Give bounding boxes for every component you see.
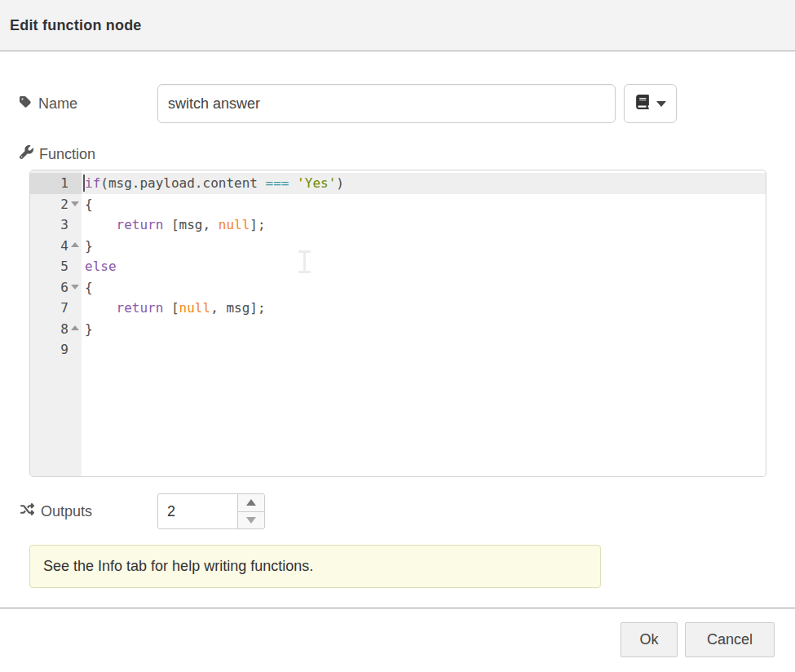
- code-text: {: [82, 194, 766, 215]
- fold-down-icon[interactable]: [71, 201, 79, 206]
- code-line[interactable]: 7 return [null, msg];: [30, 298, 766, 319]
- tips-text: See the Info tab for help writing functi…: [43, 558, 313, 575]
- function-label-text: Function: [39, 146, 95, 163]
- outputs-label: Outputs: [20, 493, 92, 529]
- code-line[interactable]: 2{: [30, 194, 766, 215]
- editor-caret: [83, 175, 85, 192]
- wrench-icon: [20, 145, 33, 163]
- code-text: return [msg, null];: [82, 214, 766, 236]
- code-text: if(msg.payload.content === 'Yes'): [82, 173, 766, 194]
- arrow-up-icon: [246, 499, 256, 506]
- fold-down-icon[interactable]: [71, 285, 79, 290]
- code-line[interactable]: 6{: [30, 277, 766, 298]
- code-line[interactable]: 5else: [30, 256, 766, 277]
- code-line[interactable]: 3 return [msg, null];: [30, 214, 766, 236]
- cancel-button[interactable]: Cancel: [685, 622, 775, 657]
- code-text: }: [82, 319, 766, 340]
- line-number: 7: [30, 298, 82, 319]
- fold-up-icon[interactable]: [71, 242, 79, 247]
- name-label: Name: [20, 84, 77, 123]
- arrow-down-icon: [246, 517, 256, 524]
- tag-icon: [20, 95, 33, 113]
- cancel-button-label: Cancel: [707, 631, 753, 648]
- library-button[interactable]: [624, 84, 677, 123]
- spinner-down-button[interactable]: [238, 512, 264, 529]
- dialog-title: Edit function node: [10, 17, 142, 34]
- function-code-editor[interactable]: 1if(msg.payload.content === 'Yes')2{3 re…: [29, 170, 766, 477]
- name-label-text: Name: [38, 95, 77, 113]
- dialog-header: Edit function node: [0, 0, 795, 51]
- edit-function-node-dialog: Edit function node Name Function 1if(msg…: [0, 0, 795, 672]
- shuffle-icon: [20, 502, 35, 520]
- line-number: 5: [30, 256, 82, 277]
- outputs-input[interactable]: [158, 494, 237, 528]
- ok-button[interactable]: Ok: [621, 622, 678, 657]
- fold-up-icon[interactable]: [71, 325, 79, 330]
- spinner-buttons: [237, 494, 264, 528]
- line-number: 3: [30, 214, 82, 236]
- code-line[interactable]: 4}: [30, 236, 766, 257]
- text-ibeam-cursor: [298, 250, 311, 280]
- footer-divider: [0, 608, 795, 608]
- book-icon: [635, 95, 650, 113]
- code-text: return [null, msg];: [82, 298, 766, 319]
- line-number: 8: [30, 319, 82, 340]
- line-number: 2: [30, 194, 82, 215]
- line-number: 1: [30, 173, 82, 194]
- caret-down-icon: [656, 101, 666, 107]
- code-lines: 1if(msg.payload.content === 'Yes')2{3 re…: [30, 173, 766, 360]
- name-input[interactable]: [157, 84, 616, 123]
- outputs-spinner: [157, 493, 265, 529]
- ok-button-label: Ok: [639, 631, 658, 648]
- code-line[interactable]: 1if(msg.payload.content === 'Yes'): [30, 173, 766, 194]
- function-label: Function: [20, 144, 95, 165]
- line-number: 4: [30, 236, 82, 257]
- code-text: {: [82, 277, 766, 298]
- form-tips: See the Info tab for help writing functi…: [29, 545, 601, 588]
- code-line[interactable]: 9: [30, 339, 766, 360]
- code-text: [82, 339, 766, 360]
- line-number: 6: [30, 277, 82, 298]
- spinner-up-button[interactable]: [238, 494, 264, 512]
- code-text: else: [82, 256, 766, 277]
- code-line[interactable]: 8}: [30, 319, 766, 340]
- outputs-label-text: Outputs: [41, 503, 92, 520]
- code-text: }: [82, 236, 766, 257]
- line-number: 9: [30, 339, 82, 360]
